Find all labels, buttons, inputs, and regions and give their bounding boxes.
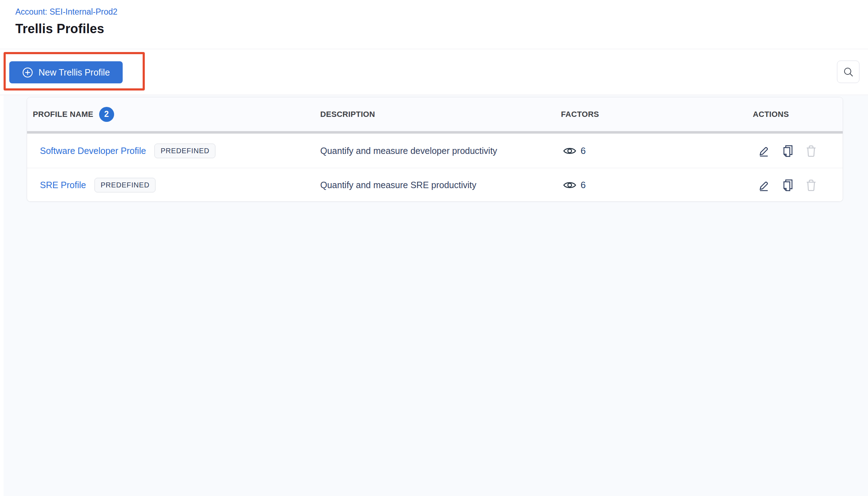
profile-name-header-label: PROFILE NAME [33, 110, 93, 119]
new-trellis-profile-button[interactable]: New Trellis Profile [9, 61, 123, 83]
breadcrumb-account-link[interactable]: Account: SEI-Internal-Prod2 [15, 7, 117, 17]
header-divider [27, 131, 843, 134]
profile-count-badge: 2 [99, 107, 114, 122]
factor-count: 6 [581, 145, 586, 156]
profile-description: Quantify and measure developer productiv… [320, 146, 561, 156]
column-header-actions: ACTIONS [753, 110, 843, 119]
actions-cell [753, 179, 843, 191]
profile-link-software-developer[interactable]: Software Developer Profile [40, 146, 146, 156]
toolbar: New Trellis Profile [0, 50, 868, 95]
predefined-badge: PREDEFINED [95, 178, 155, 192]
column-header-profile-name: PROFILE NAME 2 [27, 107, 320, 122]
trellis-profiles-page: Account: SEI-Internal-Prod2 Trellis Prof… [0, 0, 868, 496]
edit-pencil-icon[interactable] [758, 179, 770, 191]
copy-icon[interactable] [782, 145, 793, 157]
table-row: SRE Profile PREDEFINED Quantify and meas… [27, 168, 843, 202]
profile-description: Quantify and measure SRE productivity [320, 180, 561, 190]
eye-icon [563, 180, 576, 190]
predefined-badge: PREDEFINED [154, 144, 215, 158]
plus-circle-icon [22, 67, 33, 78]
page-title: Trellis Profiles [15, 21, 104, 36]
column-header-factors: FACTORS [561, 110, 753, 119]
search-button[interactable] [837, 61, 859, 83]
column-header-description: DESCRIPTION [320, 110, 561, 119]
factors-cell: 6 [561, 145, 753, 156]
profiles-table: PROFILE NAME 2 DESCRIPTION FACTORS ACTIO… [27, 97, 843, 202]
trash-icon[interactable] [805, 145, 817, 157]
search-icon [843, 66, 854, 78]
edit-pencil-icon[interactable] [758, 145, 770, 157]
eye-icon [563, 146, 576, 156]
trash-icon[interactable] [805, 179, 817, 191]
actions-cell [753, 145, 843, 157]
factor-count: 6 [581, 180, 586, 191]
left-gutter [0, 95, 4, 496]
profile-link-sre[interactable]: SRE Profile [40, 180, 86, 190]
table-row: Software Developer Profile PREDEFINED Qu… [27, 134, 843, 168]
table-header-row: PROFILE NAME 2 DESCRIPTION FACTORS ACTIO… [27, 97, 843, 131]
content-area: PROFILE NAME 2 DESCRIPTION FACTORS ACTIO… [0, 95, 868, 496]
new-trellis-profile-label: New Trellis Profile [39, 67, 110, 78]
copy-icon[interactable] [782, 179, 793, 191]
factors-cell: 6 [561, 180, 753, 191]
page-header: Account: SEI-Internal-Prod2 Trellis Prof… [0, 0, 868, 49]
